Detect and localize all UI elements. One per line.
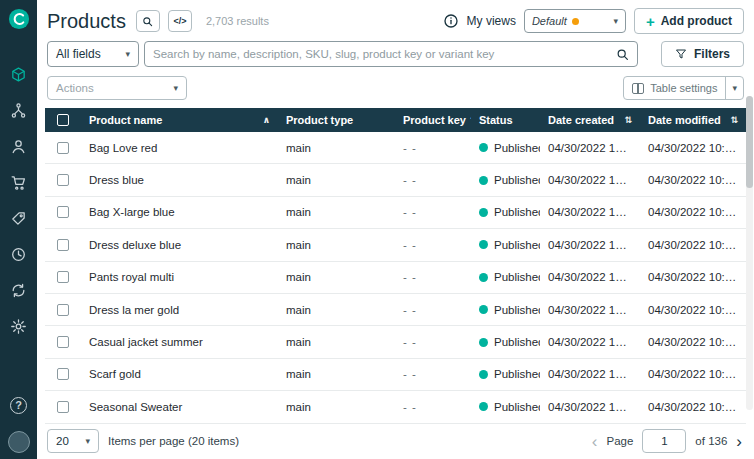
page-label: Page	[606, 435, 633, 447]
sort-ascending-icon: ∧	[263, 115, 270, 125]
search-input[interactable]	[153, 48, 616, 60]
user-icon[interactable]	[0, 128, 37, 164]
checkbox[interactable]	[57, 304, 69, 316]
column-header-date-modified[interactable]: Date modified⇅	[640, 114, 746, 126]
row-checkbox-cell[interactable]	[45, 271, 81, 283]
column-header-product-type[interactable]: Product type	[278, 114, 395, 126]
row-checkbox-cell[interactable]	[45, 401, 81, 413]
my-views-label: My views	[467, 14, 516, 28]
checkbox[interactable]	[57, 336, 69, 348]
columns-icon	[632, 83, 644, 94]
status-cell: Published	[471, 174, 540, 186]
row-checkbox-cell[interactable]	[45, 174, 81, 186]
row-checkbox-cell[interactable]	[45, 142, 81, 154]
table-row[interactable]: Scarf goldmain- -Published04/30/2022 10:…	[45, 359, 746, 391]
search-bar: All fields ▾ Filters	[37, 41, 754, 67]
column-header-status[interactable]: Status	[471, 114, 540, 126]
gear-icon[interactable]	[0, 308, 37, 344]
product-name-cell: Dress deluxe blue	[81, 239, 278, 251]
product-name-cell: Casual jacket summer	[81, 336, 278, 348]
product-key-cell: - -	[395, 304, 471, 316]
views-dropdown[interactable]: Default ▾	[524, 9, 626, 33]
tag-icon[interactable]	[0, 200, 37, 236]
date-modified-cell: 04/30/2022 10:41 PM	[640, 174, 746, 186]
table-row[interactable]: Casual jacket summermain- -Published04/3…	[45, 326, 746, 358]
status-label: Published	[494, 239, 540, 251]
total-pages-label: of 136	[695, 435, 727, 447]
page-number-input[interactable]	[642, 429, 686, 453]
checkbox[interactable]	[57, 239, 69, 251]
search-scope-dropdown[interactable]: All fields ▾	[47, 41, 139, 67]
table-row[interactable]: Seasonal Sweatermain- -Published04/30/20…	[45, 391, 746, 423]
row-checkbox-cell[interactable]	[45, 206, 81, 218]
views-selected-value: Default	[532, 15, 567, 27]
status-dot-icon	[479, 370, 488, 379]
table-row[interactable]: Pants royal multimain- -Published04/30/2…	[45, 262, 746, 294]
product-type-cell: main	[278, 368, 395, 380]
clock-icon[interactable]	[0, 236, 37, 272]
search-field	[144, 41, 638, 67]
search-icon	[142, 16, 153, 27]
date-created-cell: 04/30/2022 10:39 PM	[540, 206, 640, 218]
column-label: Date modified	[648, 114, 721, 126]
date-modified-cell: 04/30/2022 10:39 PM	[640, 368, 746, 380]
column-label: Product name	[89, 114, 162, 126]
checkbox[interactable]	[57, 271, 69, 283]
previous-page-icon[interactable]: ‹	[592, 433, 598, 450]
filters-button[interactable]: Filters	[661, 41, 744, 67]
search-scope-value: All fields	[56, 47, 101, 61]
date-created-cell: 04/30/2022 10:39 PM	[540, 368, 640, 380]
page-size-dropdown[interactable]: 20 ▾	[47, 429, 99, 453]
filters-label: Filters	[694, 47, 730, 61]
search-icon[interactable]	[616, 48, 629, 61]
cube-icon[interactable]	[0, 56, 37, 92]
column-header-product-name[interactable]: Product name∧	[81, 114, 278, 126]
date-modified-cell: 04/30/2022 10:40 PM	[640, 304, 746, 316]
checkbox[interactable]	[57, 368, 69, 380]
vertical-scrollbar[interactable]	[746, 96, 753, 410]
status-dot-icon	[479, 240, 488, 249]
next-page-icon[interactable]: ›	[736, 433, 742, 450]
sync-icon[interactable]	[0, 272, 37, 308]
cart-icon[interactable]	[0, 164, 37, 200]
row-checkbox-cell[interactable]	[45, 239, 81, 251]
status-dot-icon	[479, 273, 488, 282]
row-checkbox-cell[interactable]	[45, 336, 81, 348]
help-icon[interactable]: ?	[0, 387, 37, 423]
code-view-button[interactable]: </>	[168, 10, 192, 32]
info-icon[interactable]	[443, 13, 459, 29]
table-row[interactable]: Bag X-large bluemain- -Published04/30/20…	[45, 197, 746, 229]
status-dot-icon	[479, 143, 488, 152]
table-row[interactable]: Dress la mer goldmain- -Published04/30/2…	[45, 294, 746, 326]
column-header-date-created[interactable]: Date created⇅	[540, 114, 640, 126]
actions-dropdown[interactable]: Actions ▾	[47, 76, 187, 100]
column-header-product-key[interactable]: Product key⇅	[395, 114, 471, 126]
date-created-cell: 04/30/2022 10:38 PM	[540, 271, 640, 283]
table-row[interactable]: Dress bluemain- -Published04/30/2022 10:…	[45, 164, 746, 196]
table-settings-dropdown[interactable]: Table settings ▾	[623, 76, 744, 100]
date-modified-cell: 04/30/2022 10:36 PM	[640, 401, 746, 413]
checkbox[interactable]	[57, 142, 69, 154]
product-name-cell: Bag Love red	[81, 142, 278, 154]
checkbox[interactable]	[57, 174, 69, 186]
chevron-down-icon[interactable]: ▾	[725, 77, 743, 99]
select-all-checkbox[interactable]	[45, 114, 81, 126]
avatar[interactable]	[8, 431, 30, 453]
column-label: Status	[479, 114, 513, 126]
table-row[interactable]: Bag Love redmain- -Published04/30/2022 1…	[45, 132, 746, 164]
table-row[interactable]: Dress deluxe bluemain- -Published04/30/2…	[45, 229, 746, 261]
quick-search-button[interactable]	[136, 10, 160, 32]
checkbox[interactable]	[57, 206, 69, 218]
scrollbar-thumb[interactable]	[746, 96, 753, 188]
logo[interactable]	[8, 8, 30, 30]
row-checkbox-cell[interactable]	[45, 368, 81, 380]
add-product-button[interactable]: + Add product	[634, 8, 744, 34]
flow-icon[interactable]	[0, 92, 37, 128]
product-name-cell: Scarf gold	[81, 368, 278, 380]
sidebar: ?	[0, 0, 37, 459]
checkbox[interactable]	[57, 401, 69, 413]
status-cell: Published	[471, 142, 540, 154]
row-checkbox-cell[interactable]	[45, 304, 81, 316]
date-created-cell: 04/30/2022 10:39 PM	[540, 239, 640, 251]
checkbox[interactable]	[57, 114, 69, 126]
